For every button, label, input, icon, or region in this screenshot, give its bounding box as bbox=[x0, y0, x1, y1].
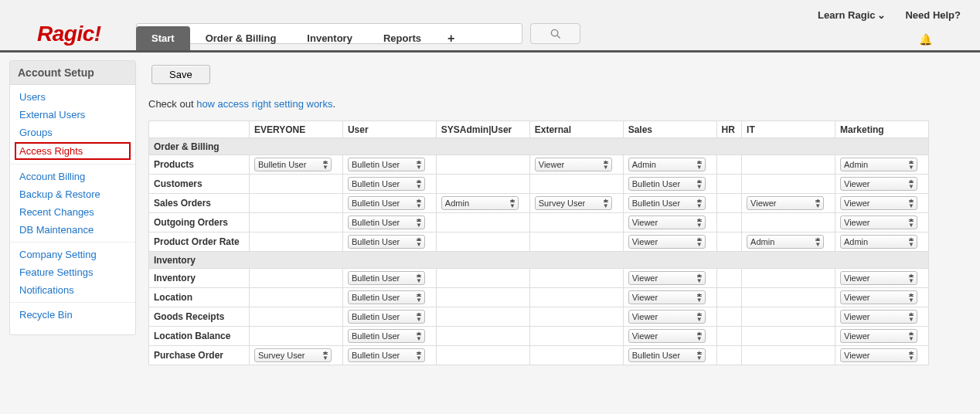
svg-point-0 bbox=[551, 29, 557, 36]
access-select[interactable]: Bulletin User bbox=[348, 196, 425, 210]
access-cell: Bulletin User▲▼ bbox=[342, 155, 436, 175]
access-select[interactable]: Bulletin User bbox=[348, 290, 425, 304]
learn-ragic-link[interactable]: Learn Ragic⌄ bbox=[818, 9, 886, 21]
sidebar-item-notifications[interactable]: Notifications bbox=[10, 281, 135, 299]
access-cell bbox=[716, 194, 741, 213]
access-cell bbox=[716, 213, 741, 232]
access-cell bbox=[716, 232, 741, 252]
sidebar-item-backup-restore[interactable]: Backup & Restore bbox=[10, 185, 135, 203]
access-select[interactable]: Survey User bbox=[254, 348, 332, 362]
access-select[interactable]: Admin bbox=[628, 158, 706, 171]
topbar: Ragic! Learn Ragic⌄ Need Help? StartOrde… bbox=[0, 0, 980, 50]
access-cell: Bulletin User▲▼ bbox=[623, 175, 716, 194]
access-cell: Bulletin User▲▼ bbox=[342, 307, 436, 327]
access-cell bbox=[529, 327, 623, 346]
access-cell bbox=[742, 346, 835, 365]
access-select[interactable]: Viewer bbox=[840, 215, 917, 229]
access-cell bbox=[250, 213, 343, 232]
access-cell: Viewer▲▼ bbox=[835, 269, 929, 288]
access-cell: Viewer▲▼ bbox=[742, 194, 835, 213]
tab-inventory[interactable]: Inventory bbox=[291, 26, 368, 50]
access-select[interactable]: Viewer bbox=[840, 310, 917, 324]
add-tab-button[interactable]: + bbox=[437, 27, 465, 50]
access-cell bbox=[436, 269, 529, 288]
access-select[interactable]: Viewer bbox=[840, 329, 917, 343]
access-cell bbox=[529, 307, 623, 327]
access-select[interactable]: Viewer bbox=[628, 215, 706, 229]
access-cell bbox=[250, 307, 343, 327]
access-cell bbox=[716, 346, 741, 365]
access-select[interactable]: Bulletin User bbox=[348, 271, 425, 285]
sidebar-item-db-maintenance[interactable]: DB Maintenance bbox=[10, 221, 135, 239]
access-cell bbox=[436, 346, 529, 365]
access-select[interactable]: Viewer bbox=[840, 196, 917, 210]
access-select[interactable]: Bulletin User bbox=[348, 235, 425, 249]
access-select[interactable]: Bulletin User bbox=[348, 348, 425, 362]
access-select[interactable]: Bulletin User bbox=[628, 348, 706, 362]
access-select[interactable]: Bulletin User bbox=[348, 215, 425, 229]
access-select[interactable]: Admin bbox=[840, 158, 917, 171]
access-cell bbox=[436, 232, 529, 252]
tab-order-billing[interactable]: Order & Billing bbox=[190, 26, 292, 50]
access-cell bbox=[529, 213, 623, 232]
table-row: CustomersBulletin User▲▼Bulletin User▲▼V… bbox=[149, 175, 929, 194]
access-select[interactable]: Bulletin User bbox=[628, 177, 706, 191]
sidebar-item-account-billing[interactable]: Account Billing bbox=[10, 168, 135, 185]
sidebar-item-feature-settings[interactable]: Feature Settings bbox=[10, 263, 135, 281]
sidebar-item-recent-changes[interactable]: Recent Changes bbox=[10, 203, 135, 221]
access-select[interactable]: Bulletin User bbox=[348, 177, 425, 191]
access-select[interactable]: Viewer bbox=[840, 271, 917, 285]
access-cell: Bulletin User▲▼ bbox=[342, 327, 436, 346]
access-select[interactable]: Viewer bbox=[628, 310, 706, 324]
table-row: Purchase OrderSurvey User▲▼Bulletin User… bbox=[149, 346, 929, 365]
access-select[interactable]: Viewer bbox=[840, 177, 917, 191]
access-select[interactable]: Viewer bbox=[747, 196, 824, 210]
need-help-link[interactable]: Need Help? bbox=[905, 9, 961, 21]
bell-icon[interactable]: 🔔 bbox=[919, 33, 932, 46]
sidebar-item-company-setting[interactable]: Company Setting bbox=[10, 246, 135, 263]
sidebar-item-external-users[interactable]: External Users bbox=[10, 106, 135, 124]
helper-text: Check out how access right setting works… bbox=[148, 98, 971, 110]
search-button[interactable] bbox=[530, 23, 580, 44]
access-select[interactable]: Admin bbox=[441, 196, 519, 210]
sidebar-item-recycle-bin[interactable]: Recycle Bin bbox=[10, 306, 135, 324]
access-select[interactable]: Viewer bbox=[628, 329, 706, 343]
access-select[interactable]: Bulletin User bbox=[348, 158, 425, 171]
access-select[interactable]: Viewer bbox=[628, 271, 706, 285]
access-select[interactable]: Viewer bbox=[628, 235, 706, 249]
col-header: Marketing bbox=[835, 121, 929, 138]
col-header: EVERYONE bbox=[250, 121, 343, 138]
access-select[interactable]: Bulletin User bbox=[254, 158, 332, 171]
access-select[interactable]: Bulletin User bbox=[628, 196, 706, 210]
table-row: LocationBulletin User▲▼Viewer▲▼Viewer▲▼ bbox=[149, 288, 929, 307]
access-select[interactable]: Viewer bbox=[840, 348, 917, 362]
access-cell: Admin▲▼ bbox=[623, 155, 716, 175]
access-cell bbox=[529, 232, 623, 252]
sidebar-item-access-rights[interactable]: Access Rights bbox=[15, 142, 131, 160]
sidebar-header: Account Setup bbox=[10, 61, 135, 85]
access-cell bbox=[436, 213, 529, 232]
sidebar-item-groups[interactable]: Groups bbox=[10, 124, 135, 141]
access-select[interactable]: Admin bbox=[747, 235, 824, 249]
access-select[interactable]: Viewer bbox=[535, 158, 612, 171]
access-cell bbox=[436, 288, 529, 307]
save-button[interactable]: Save bbox=[151, 65, 210, 84]
access-select[interactable]: Viewer bbox=[628, 290, 706, 304]
access-select[interactable]: Admin bbox=[840, 235, 917, 249]
access-rights-table: EVERYONEUserSYSAdmin|UserExternalSalesHR… bbox=[148, 120, 929, 365]
table-row: Sales OrdersBulletin User▲▼Admin▲▼Survey… bbox=[149, 194, 929, 213]
tab-start[interactable]: Start bbox=[136, 26, 190, 50]
access-select[interactable]: Bulletin User bbox=[348, 329, 425, 343]
access-cell: Bulletin User▲▼ bbox=[623, 194, 716, 213]
access-cell bbox=[529, 175, 623, 194]
helper-link[interactable]: how access right setting works bbox=[196, 98, 332, 110]
tab-reports[interactable]: Reports bbox=[368, 26, 437, 50]
sidebar-item-users[interactable]: Users bbox=[10, 88, 135, 106]
col-header: HR bbox=[716, 121, 741, 138]
access-cell bbox=[742, 269, 835, 288]
row-label: Product Order Rate bbox=[149, 232, 250, 252]
access-select[interactable]: Bulletin User bbox=[348, 310, 425, 324]
row-label: Products bbox=[149, 155, 250, 175]
access-select[interactable]: Survey User bbox=[535, 196, 612, 210]
access-select[interactable]: Viewer bbox=[840, 290, 917, 304]
